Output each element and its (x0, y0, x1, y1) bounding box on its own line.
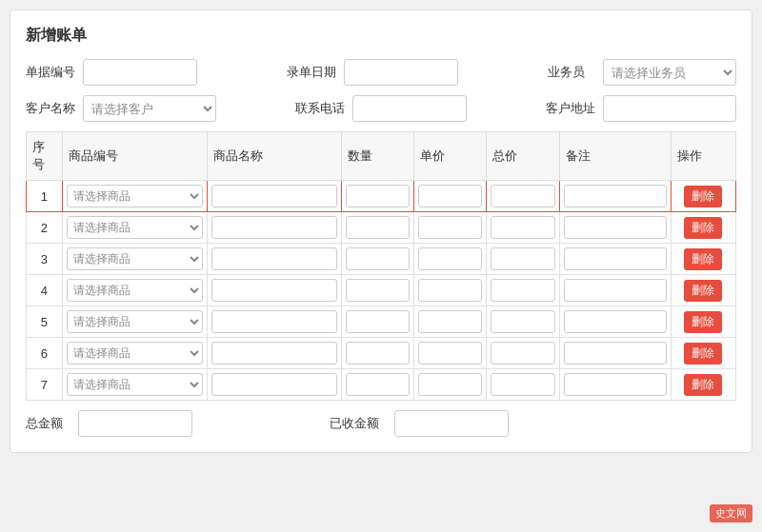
form-row-2: 客户名称 请选择客户 联系电话 客户地址 (26, 95, 736, 122)
doc-date-label: 录单日期 (287, 64, 336, 81)
row-number: 1 (27, 181, 63, 212)
remark-input[interactable] (564, 185, 667, 207)
delete-button[interactable]: 删除 (684, 217, 722, 239)
address-label: 客户地址 (546, 100, 595, 117)
row-number: 3 (27, 244, 63, 275)
phone-input[interactable] (352, 95, 467, 122)
row-number: 4 (27, 275, 63, 306)
total-price-input[interactable] (491, 373, 554, 396)
th-product-code: 商品编号 (62, 132, 208, 181)
price-input[interactable] (418, 342, 482, 365)
total-price-input[interactable] (491, 247, 554, 270)
table-row: 6请选择商品删除 (27, 338, 736, 369)
th-price: 单价 (414, 132, 487, 181)
total-price-input[interactable] (491, 342, 554, 365)
qty-input[interactable] (346, 247, 410, 270)
form-row-1: 单据编号 录单日期 业务员 请选择业务员 (26, 59, 736, 86)
th-product-name: 商品名称 (208, 132, 342, 181)
qty-input[interactable] (346, 216, 410, 239)
salesperson-select[interactable]: 请选择业务员 (603, 59, 736, 86)
price-input[interactable] (418, 216, 482, 239)
salesperson-label: 业务员 (548, 64, 595, 81)
received-input[interactable] (394, 410, 509, 437)
table-row: 3请选择商品删除 (27, 244, 736, 275)
th-remark: 备注 (559, 132, 671, 181)
product-table: 序号 商品编号 商品名称 数量 单价 总价 备注 操作 1请选择商品删除2请选择… (26, 131, 736, 401)
qty-input[interactable] (346, 342, 410, 365)
customer-label: 客户名称 (26, 100, 75, 117)
price-input[interactable] (418, 185, 482, 207)
product-name-input[interactable] (211, 279, 337, 302)
doc-date-input[interactable] (344, 59, 458, 86)
total-input[interactable] (78, 410, 192, 437)
th-action: 操作 (671, 132, 735, 181)
product-name-input[interactable] (211, 310, 337, 333)
total-price-input[interactable] (491, 279, 554, 302)
table-row: 7请选择商品删除 (27, 369, 736, 401)
footer-row: 总金额 已收金额 (26, 410, 736, 437)
remark-input[interactable] (564, 247, 667, 270)
product-select[interactable]: 请选择商品 (67, 216, 204, 239)
doc-number-label: 单据编号 (26, 64, 75, 81)
delete-button[interactable]: 删除 (684, 374, 722, 396)
price-input[interactable] (418, 373, 482, 396)
product-select[interactable]: 请选择商品 (67, 185, 204, 207)
total-price-input[interactable] (491, 216, 554, 239)
watermark: 史文网 (710, 504, 752, 522)
product-name-input[interactable] (211, 185, 337, 207)
product-select[interactable]: 请选择商品 (67, 373, 204, 396)
th-seq: 序号 (27, 132, 63, 181)
remark-input[interactable] (564, 342, 667, 365)
table-row: 2请选择商品删除 (27, 212, 736, 244)
address-input[interactable] (603, 95, 736, 122)
total-price-input[interactable] (491, 185, 554, 207)
page-title: 新增账单 (26, 26, 736, 46)
delete-button[interactable]: 删除 (684, 343, 722, 365)
delete-button[interactable]: 删除 (684, 186, 722, 207)
delete-button[interactable]: 删除 (684, 248, 722, 270)
product-name-input[interactable] (211, 216, 337, 239)
customer-select[interactable]: 请选择客户 (83, 95, 216, 122)
total-label: 总金额 (26, 415, 63, 432)
product-select[interactable]: 请选择商品 (67, 310, 204, 333)
remark-input[interactable] (564, 373, 667, 396)
received-label: 已收金额 (330, 415, 379, 432)
phone-label: 联系电话 (295, 100, 345, 117)
row-number: 2 (27, 212, 63, 244)
price-input[interactable] (418, 310, 482, 333)
doc-number-input[interactable] (83, 59, 197, 86)
row-number: 7 (27, 369, 63, 401)
th-qty: 数量 (341, 132, 413, 181)
delete-button[interactable]: 删除 (684, 311, 722, 333)
table-row: 4请选择商品删除 (27, 275, 736, 306)
th-total: 总价 (487, 132, 559, 181)
total-price-input[interactable] (491, 310, 554, 333)
main-container: 新增账单 单据编号 录单日期 业务员 请选择业务员 客户名称 请选择客户 联系电… (10, 10, 752, 453)
qty-input[interactable] (346, 185, 410, 207)
qty-input[interactable] (346, 279, 410, 302)
price-input[interactable] (418, 247, 482, 270)
remark-input[interactable] (564, 216, 667, 239)
product-select[interactable]: 请选择商品 (67, 247, 204, 270)
product-name-input[interactable] (211, 342, 337, 365)
remark-input[interactable] (564, 279, 667, 302)
product-name-input[interactable] (211, 247, 337, 270)
price-input[interactable] (418, 279, 482, 302)
row-number: 5 (27, 306, 63, 338)
product-select[interactable]: 请选择商品 (67, 342, 204, 365)
table-row: 5请选择商品删除 (27, 306, 736, 338)
qty-input[interactable] (346, 310, 410, 333)
table-row: 1请选择商品删除 (27, 181, 736, 212)
remark-input[interactable] (564, 310, 667, 333)
product-name-input[interactable] (211, 373, 337, 396)
product-select[interactable]: 请选择商品 (67, 279, 204, 302)
delete-button[interactable]: 删除 (684, 280, 722, 302)
row-number: 6 (27, 338, 63, 369)
qty-input[interactable] (346, 373, 410, 396)
